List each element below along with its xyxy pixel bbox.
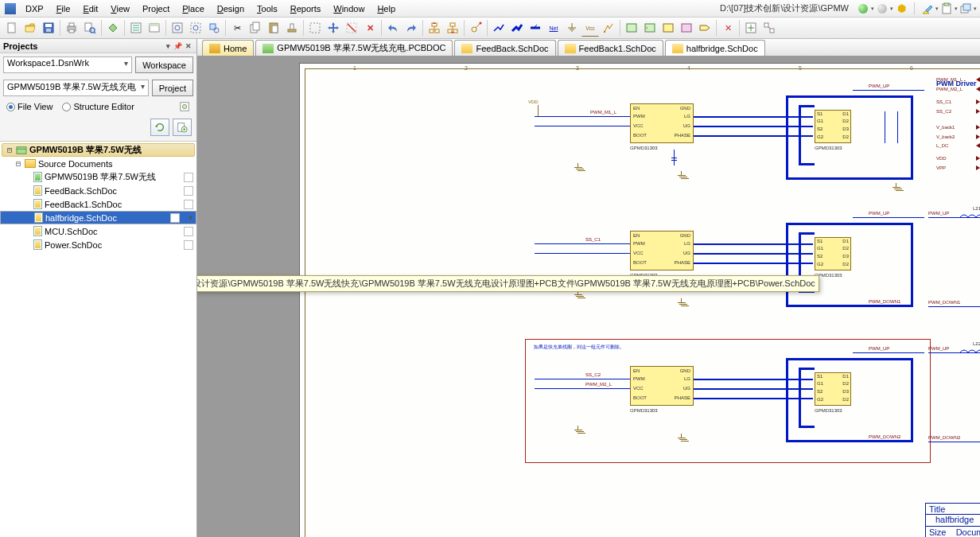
svg-rect-59 — [770, 29, 774, 33]
netlabel-button[interactable]: Net — [545, 19, 562, 37]
schematic-canvas[interactable]: 123456 PWM Driver ENGND PWMLG VCCUG BOOT… — [197, 56, 980, 537]
open-button[interactable] — [21, 19, 39, 37]
paste-button[interactable] — [265, 19, 282, 37]
tree-item[interactable]: MCU.SchDoc — [0, 224, 196, 238]
desel-button[interactable] — [343, 19, 360, 37]
tree-root[interactable]: ⊟ GPMW5019B 苹果7.5W无线 — [2, 143, 195, 157]
vcc-button[interactable]: Vcc — [581, 19, 599, 37]
menu-file[interactable]: File — [50, 2, 77, 15]
busentry-button[interactable] — [527, 19, 544, 37]
window-title-path: D:\[07]技术创新\设计资源\GPMW — [720, 2, 854, 14]
print-button[interactable] — [63, 19, 80, 37]
file-view-radio[interactable]: File View — [6, 102, 52, 111]
nav-back-button[interactable] — [857, 2, 869, 15]
add-tree-button[interactable] — [173, 119, 192, 136]
tree-group-label: Source Documents — [38, 159, 113, 169]
structure-editor-radio[interactable]: Structure Editor — [62, 102, 134, 111]
compile-button[interactable] — [104, 19, 122, 37]
svg-rect-53 — [627, 24, 636, 32]
hierarchy-up-button[interactable] — [426, 19, 443, 37]
panel-settings-icon[interactable] — [179, 101, 190, 112]
gnd-button[interactable] — [563, 19, 581, 37]
home-icon — [209, 44, 220, 53]
move-button[interactable] — [325, 19, 342, 37]
new-button[interactable] — [3, 19, 21, 37]
highlight-button[interactable] — [921, 2, 934, 15]
svg-point-62 — [182, 104, 186, 108]
menu-help[interactable]: Help — [371, 2, 402, 15]
tree-item[interactable]: GPMW5019B 苹果7.5W无线 — [0, 170, 196, 184]
doc-options-button[interactable] — [127, 19, 145, 37]
workspace-select[interactable]: Workspace1.DsnWrk — [3, 56, 132, 73]
svg-line-60 — [768, 27, 770, 29]
tree-item[interactable]: FeedBack.SchDoc — [0, 184, 196, 197]
svg-point-25 — [214, 28, 219, 33]
layers-button[interactable] — [959, 2, 972, 15]
refresh-tree-button[interactable] — [150, 119, 169, 136]
menu-reports[interactable]: Reports — [284, 2, 328, 15]
document-tab[interactable]: FeedBack.SchDoc — [454, 40, 555, 56]
document-tab[interactable]: halfbridge.SchDoc — [665, 40, 765, 56]
sheet-button[interactable] — [146, 19, 163, 37]
panel-close-icon[interactable]: ✕ — [184, 42, 193, 50]
menu-tools[interactable]: Tools — [251, 2, 284, 15]
xref-button[interactable] — [760, 19, 778, 37]
menu-project[interactable]: Project — [136, 2, 176, 15]
app-menu-dxp[interactable]: DXP — [19, 2, 50, 15]
stamp-button[interactable] — [283, 19, 301, 37]
redo-button[interactable] — [402, 19, 420, 37]
panel-pin-icon[interactable]: 📌 — [172, 42, 184, 50]
nav-home-button[interactable]: ⬢ — [895, 2, 908, 15]
menu-edit[interactable]: Edit — [76, 2, 104, 15]
hierarchy-dn-button[interactable] — [444, 19, 461, 37]
menu-window[interactable]: Window — [327, 2, 371, 15]
folder-icon — [25, 159, 36, 168]
project-tree[interactable]: ⊟ GPMW5019B 苹果7.5W无线 ⊟ Source Documents … — [0, 141, 196, 537]
tree-item[interactable]: Power.SchDoc — [0, 238, 196, 251]
harness-button[interactable] — [678, 19, 695, 37]
save-button[interactable] — [40, 19, 57, 37]
zoom-area-button[interactable] — [187, 19, 204, 37]
editor-area: HomeGPMW5019B 苹果7.5W无线充电.PCBDOCFeedBack.… — [197, 39, 980, 537]
svg-rect-58 — [764, 23, 768, 27]
sheetentry-button[interactable] — [641, 19, 659, 37]
clipboard-button[interactable] — [940, 2, 953, 15]
tree-item[interactable]: FeedBack1.SchDoc — [0, 197, 196, 211]
svg-point-21 — [175, 25, 180, 30]
nav-fwd-button[interactable] — [876, 2, 889, 15]
clear-button[interactable]: ✕ — [361, 19, 379, 37]
noeric-button[interactable]: ✕ — [719, 19, 737, 37]
panel-menu-icon[interactable]: ▾ — [165, 42, 172, 50]
tree-root-label: GPMW5019B 苹果7.5W无线 — [29, 144, 142, 156]
bus-button[interactable] — [508, 19, 526, 37]
menu-view[interactable]: View — [104, 2, 136, 15]
svg-rect-10 — [69, 29, 74, 33]
schematic-block-3: ENGNDPWMLGVCCUGBOOTPHASE GPMD31303 S1D1G… — [312, 350, 924, 461]
project-field[interactable]: GPMW5019B 苹果7.5W无线充电 — [3, 80, 149, 96]
menu-place[interactable]: Place — [176, 2, 211, 15]
cross-probe-button[interactable] — [467, 19, 484, 37]
zoom-fit-button[interactable] — [169, 19, 186, 37]
part-button[interactable] — [600, 19, 617, 37]
sel-rect-button[interactable] — [306, 19, 324, 37]
zoom-sel-button[interactable] — [205, 19, 223, 37]
undo-button[interactable] — [384, 19, 402, 37]
project-button[interactable]: Project — [152, 80, 193, 96]
workspace-button[interactable]: Workspace — [135, 56, 193, 73]
document-tab[interactable]: GPMW5019B 苹果7.5W无线充电.PCBDOC — [255, 40, 453, 56]
copy-button[interactable] — [247, 19, 264, 37]
cut-button[interactable]: ✂ — [228, 19, 246, 37]
document-tab[interactable]: FeedBack1.SchDoc — [558, 40, 663, 56]
tree-group[interactable]: ⊟ Source Documents — [0, 157, 196, 170]
document-tab[interactable]: Home — [202, 40, 254, 56]
svg-rect-37 — [430, 29, 434, 33]
port-button[interactable] — [696, 19, 714, 37]
menu-design[interactable]: Design — [211, 2, 251, 15]
tree-item[interactable]: halfbridge.SchDoc — [0, 211, 196, 224]
preview-button[interactable] — [81, 19, 99, 37]
main-toolbar: ✂ ✕ Net Vcc ✕ — [0, 18, 980, 39]
sheetsym-button[interactable] — [623, 19, 640, 37]
devsheet-button[interactable] — [659, 19, 677, 37]
wire-button[interactable] — [490, 19, 508, 37]
browse-button[interactable] — [742, 19, 760, 37]
